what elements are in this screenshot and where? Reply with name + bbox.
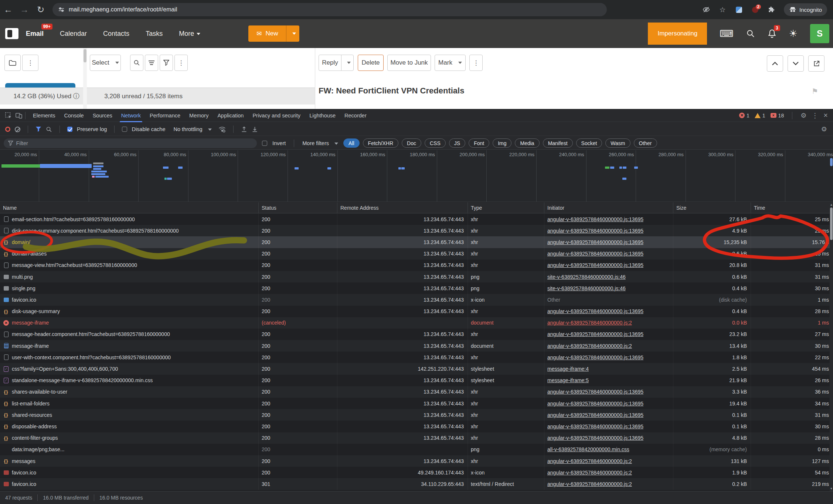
- message-menu-button[interactable]: ⋮: [174, 55, 188, 71]
- network-row[interactable]: {}disposable-address20013.234.65.74:443x…: [0, 421, 833, 432]
- filter-toggle-icon[interactable]: [35, 126, 41, 132]
- initiator-link[interactable]: angular-v-638925788460000000.js:13695: [547, 354, 643, 360]
- scroll-down-icon[interactable]: ▼: [830, 487, 833, 490]
- network-row[interactable]: favicon.ico30134.110.229.65:443text/html…: [0, 478, 833, 490]
- tab-network[interactable]: Network: [117, 109, 145, 122]
- devtools-menu-icon[interactable]: ⋮: [812, 112, 818, 120]
- initiator-link[interactable]: angular-v-638925788460000000.js:2: [547, 470, 632, 476]
- tab-privacy-and-security[interactable]: Privacy and security: [248, 109, 305, 122]
- previous-message-button[interactable]: [767, 55, 783, 72]
- more-actions-button[interactable]: ⋮: [469, 55, 483, 71]
- inspect-element-icon[interactable]: [5, 112, 12, 119]
- avatar[interactable]: S: [810, 24, 829, 43]
- preserve-log-checkbox[interactable]: [67, 127, 72, 132]
- site-settings-icon[interactable]: [58, 7, 64, 13]
- nav-item-contacts[interactable]: Contacts: [103, 30, 129, 38]
- devtools-close-icon[interactable]: ×: [823, 111, 828, 120]
- devtools-settings-icon[interactable]: ⚙: [800, 112, 806, 120]
- initiator-link[interactable]: angular-v-638925788460000000.js:13695: [547, 308, 643, 314]
- scroll-up-icon[interactable]: ▲: [830, 203, 833, 206]
- nav-item-tasks[interactable]: Tasks: [146, 30, 163, 38]
- initiator-link[interactable]: angular-v-638925788460000000.js:13695: [547, 251, 643, 257]
- initiator-link[interactable]: angular-v-638925788460000000.js:13695: [547, 331, 643, 337]
- filter-pill-img[interactable]: Img: [493, 138, 511, 148]
- filter-pill-font[interactable]: Font: [469, 138, 489, 148]
- keyboard-icon[interactable]: ⌨: [720, 28, 734, 40]
- network-row[interactable]: message-view.html?cachebust=638925788160…: [0, 260, 833, 271]
- network-row[interactable]: email-section.html?cachebust=63892578816…: [0, 213, 833, 225]
- initiator-link[interactable]: angular-v-638925788460000000.js:13695: [547, 216, 643, 222]
- filter-pill-socket[interactable]: Socket: [576, 138, 602, 148]
- profile-badge-icon[interactable]: 2: [751, 6, 759, 13]
- network-row[interactable]: {}shares-available-to-user20013.234.65.7…: [0, 386, 833, 398]
- network-row[interactable]: single.png20013.234.65.74:443pngsite-v-6…: [0, 282, 833, 294]
- extension-icon[interactable]: [735, 6, 742, 13]
- network-row[interactable]: ∕css?family=Open+Sans:300,400,400i,600,7…: [0, 363, 833, 374]
- network-row[interactable]: {}shared-resources20013.234.65.74:443xhr…: [0, 409, 833, 421]
- initiator-link[interactable]: site-v-638925788460000000.js:46: [547, 285, 626, 291]
- sort-button[interactable]: [145, 55, 158, 71]
- initiator-link[interactable]: message-iframe:5: [547, 377, 589, 383]
- address-bar[interactable]: mail.meghaeng.com/interface/root#/email: [52, 3, 607, 16]
- reply-dropdown-button[interactable]: [341, 55, 354, 71]
- column-header-status[interactable]: Status: [259, 202, 337, 213]
- tab-lighthouse[interactable]: Lighthouse: [305, 109, 340, 122]
- initiator-link[interactable]: angular-v-638925788460000000.js:2: [547, 481, 632, 487]
- network-row[interactable]: ✕message-iframe(canceled)documentangular…: [0, 317, 833, 329]
- network-settings-icon[interactable]: ⚙: [821, 125, 827, 133]
- initiator-link[interactable]: angular-v-638925788460000000.js:2: [547, 458, 632, 464]
- device-toolbar-icon[interactable]: [16, 112, 22, 119]
- network-row[interactable]: message-iframe20013.234.65.74:443documen…: [0, 340, 833, 352]
- column-header-type[interactable]: Type: [468, 202, 544, 213]
- network-row[interactable]: data:image/png;base...200pngall-v-638925…: [0, 444, 833, 455]
- network-search-icon[interactable]: [46, 126, 52, 133]
- network-row[interactable]: {}list-email-folders20013.234.65.74:443x…: [0, 398, 833, 409]
- disable-cache-checkbox[interactable]: [122, 127, 127, 132]
- record-network-log-icon[interactable]: [5, 127, 10, 132]
- search-icon[interactable]: [746, 29, 755, 38]
- initiator-link[interactable]: all-v-638925788420000000.min.css: [547, 446, 629, 452]
- sidebar-toggle-icon[interactable]: [5, 28, 18, 39]
- filter-pill-css[interactable]: CSS: [425, 138, 446, 148]
- tab-performance[interactable]: Performance: [145, 109, 185, 122]
- initiator-link[interactable]: site-v-638925788460000000.js:46: [547, 274, 626, 280]
- new-dropdown-button[interactable]: [286, 25, 299, 42]
- column-header-time[interactable]: Time: [751, 202, 833, 213]
- reload-icon[interactable]: ↻: [33, 4, 49, 15]
- network-row[interactable]: multi.png20013.234.65.74:443pngsite-v-63…: [0, 271, 833, 282]
- issues-badge[interactable]: ×18: [771, 113, 784, 119]
- filter-pill-all[interactable]: All: [343, 138, 360, 148]
- initiator-link[interactable]: angular-v-638925788460000000.js:13695: [547, 412, 643, 418]
- select-button[interactable]: Select: [90, 55, 121, 71]
- back-icon[interactable]: ←: [0, 4, 16, 15]
- mark-button[interactable]: Mark: [435, 55, 466, 71]
- network-row[interactable]: {}content-filter-groups20013.234.65.74:4…: [0, 432, 833, 444]
- notifications-bell-icon[interactable]: 3: [768, 29, 776, 38]
- forward-icon[interactable]: →: [16, 4, 33, 15]
- tab-elements[interactable]: Elements: [28, 109, 59, 122]
- network-row[interactable]: disk-space-summary.component.html?cacheb…: [0, 225, 833, 236]
- initiator-link[interactable]: angular-v-638925788460000000.js:13695: [547, 435, 643, 441]
- folder-scrollbar[interactable]: [83, 48, 87, 109]
- network-row[interactable]: {}domain-aliases20013.234.65.74:443xhran…: [0, 248, 833, 260]
- tab-memory[interactable]: Memory: [185, 109, 213, 122]
- initiator-link[interactable]: angular-v-638925788460000000.js:13695: [547, 239, 643, 245]
- info-icon[interactable]: ⓘ: [73, 92, 79, 100]
- column-header-initiator[interactable]: Initiator: [544, 202, 673, 213]
- more-filters-select[interactable]: More filters: [302, 140, 338, 146]
- filter-pill-js[interactable]: JS: [449, 138, 465, 148]
- initiator-link[interactable]: angular-v-638925788460000000.js:13695: [547, 424, 643, 429]
- new-button[interactable]: ✉ New: [248, 25, 286, 42]
- column-header-remote-address[interactable]: Remote Address: [337, 202, 468, 213]
- network-conditions-icon[interactable]: [218, 126, 226, 133]
- network-row[interactable]: {}messages20013.234.65.74:443xhrangular-…: [0, 455, 833, 467]
- column-header-name[interactable]: Name: [0, 202, 259, 213]
- nav-item-calendar[interactable]: Calendar: [60, 30, 87, 38]
- filter-pill-fetchxhr[interactable]: Fetch/XHR: [363, 138, 398, 148]
- filter-pill-media[interactable]: Media: [515, 138, 539, 148]
- initiator-link[interactable]: angular-v-638925788460000000.js:13695: [547, 262, 643, 268]
- console-errors-badge[interactable]: ✕1: [739, 113, 749, 119]
- open-in-new-window-button[interactable]: [808, 55, 824, 72]
- move-to-junk-button[interactable]: Move to Junk: [387, 55, 431, 71]
- network-overview-timeline[interactable]: 20,000 ms40,000 ms60,000 ms80,000 ms100,…: [0, 150, 833, 202]
